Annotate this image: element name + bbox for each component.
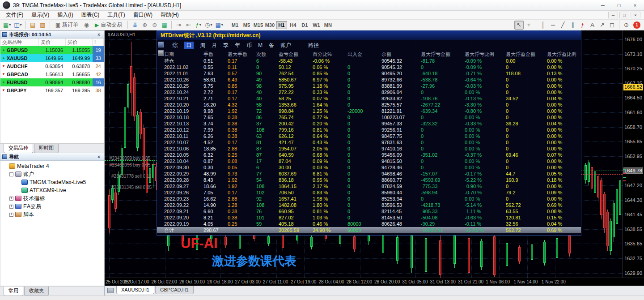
autotrade-button[interactable]: ▶自动交易 bbox=[92, 21, 125, 30]
new-order-button[interactable]: ▣新订单 bbox=[52, 21, 81, 30]
mtdriver-table-row[interactable]: 2022.09.300.300.05630.000.03 %094728.460… bbox=[157, 164, 581, 171]
mtdriver-table-row[interactable]: 2022.10.056.320.2587640.590.68 %095456.0… bbox=[157, 152, 581, 158]
chart-shift-button[interactable]: ⇤ bbox=[184, 21, 193, 30]
mtdriver-table-row[interactable]: 2022.10.199.981.9272998.841.25 %-2000081… bbox=[157, 108, 581, 114]
mtdriver-table-row[interactable]: 2022.11.020.550.11850.120.06 %090545.320… bbox=[157, 64, 581, 70]
mtdriver-menu-item[interactable]: 月 bbox=[212, 42, 217, 49]
mtdriver-menu-item[interactable]: 综 bbox=[172, 42, 178, 49]
mtdriver-table-row[interactable]: 2022.09.288.431.9254836.180.95 %088660.7… bbox=[157, 177, 581, 183]
menu-item-6[interactable]: 帮助(H) bbox=[157, 10, 183, 20]
time-axis[interactable]: 25 Oct 202225 Oct 17:0026 Oct 02:0026 Oc… bbox=[105, 278, 644, 286]
zoom-in-button[interactable]: ⊕ bbox=[140, 21, 149, 30]
mtdriver-table-row[interactable]: 2022.10.187.650.3886765.740.77 %0100223.… bbox=[157, 114, 581, 120]
mtdriver-table-row[interactable]: 合计298.6730265.5934.90 %60000-10580.41-22… bbox=[157, 227, 581, 233]
timeframe-m5-button[interactable]: M5 bbox=[241, 21, 252, 29]
vertical-line-button[interactable]: │ bbox=[538, 21, 548, 30]
mtdriver-menu-item[interactable]: 季 bbox=[223, 42, 229, 49]
close-icon[interactable]: × bbox=[96, 154, 102, 159]
notification-badge[interactable]: 1 bbox=[633, 21, 640, 29]
mtdriver-settings-icon[interactable] bbox=[158, 50, 164, 56]
timeframe-m15-button[interactable]: M15 bbox=[253, 21, 264, 29]
expander-icon[interactable]: + bbox=[9, 205, 13, 209]
text-button[interactable]: A bbox=[588, 21, 597, 30]
mql5-community-button[interactable]: ◉ bbox=[82, 21, 91, 30]
new-chart-button[interactable]: ▦▾ bbox=[2, 21, 12, 30]
nav-item[interactable]: TMGM.TradeMax-Live5 bbox=[1, 178, 103, 186]
mtdriver-table-row[interactable]: 2022.10.212.710.174058.250.07 %082633.82… bbox=[157, 95, 581, 102]
mtdriver-table-row[interactable]: 2022.10.127.990.38108799.160.81 %099256.… bbox=[157, 127, 581, 133]
nav-item[interactable]: +EA交易 bbox=[1, 202, 103, 210]
zoom-out-button[interactable]: ⊖ bbox=[150, 21, 159, 30]
market-watch-titlebar[interactable]: 市场报价: 04:14:51 × bbox=[0, 30, 104, 39]
restore-button[interactable]: □ bbox=[611, 0, 627, 10]
mtdriver-panel[interactable]: MTDriver统计 ,V3.12 (http://mtdriver.cn) 综… bbox=[157, 30, 581, 236]
auto-scroll-button[interactable]: ⇥ bbox=[174, 21, 183, 30]
menu-item-5[interactable]: 窗口(W) bbox=[129, 10, 157, 20]
mtdriver-table-row[interactable]: 2022.11.017.630.5790762.540.85 %090495.2… bbox=[157, 70, 581, 77]
mtdriver-menu-item[interactable]: 年 bbox=[235, 42, 240, 49]
timeframe-h1-button[interactable]: H1 bbox=[276, 21, 287, 29]
mtdriver-menu-item[interactable]: 日 bbox=[184, 42, 194, 49]
mtdriver-table-row[interactable]: 2022.09.194.050.2559405.180.46 %80000806… bbox=[157, 221, 581, 227]
arrow-button[interactable]: ↗ bbox=[597, 21, 607, 30]
menu-item-2[interactable]: 插入(I) bbox=[53, 10, 77, 20]
mtdriver-table-row[interactable]: 2022.10.2658.616.49495850.676.97 %089732… bbox=[157, 77, 581, 83]
templates-button[interactable]: ▦▾ bbox=[214, 21, 225, 30]
mtdriver-chart-icon[interactable] bbox=[158, 42, 164, 47]
mtdriver-table-row[interactable]: 2022.09.2718.661.921081864.152.17 %08782… bbox=[157, 183, 581, 189]
menu-item-0[interactable]: 文件(F) bbox=[2, 10, 27, 20]
nav-item[interactable]: +脚本 bbox=[1, 210, 103, 219]
menu-item-1[interactable]: 显示(V) bbox=[27, 10, 53, 20]
horizontal-line-button[interactable]: ─ bbox=[548, 21, 558, 30]
timeframe-m30-button[interactable]: M30 bbox=[264, 21, 275, 29]
market-watch-row[interactable]: ▼GBPCAD1.566131.5665542 bbox=[0, 70, 104, 78]
market-watch-tab[interactable]: 即时图 bbox=[34, 144, 59, 153]
search-button[interactable]: ⊙ bbox=[622, 21, 631, 30]
navigator-tab[interactable]: 常用 bbox=[4, 287, 23, 296]
menu-item-3[interactable]: 图表(C) bbox=[77, 10, 104, 20]
mtdriver-menu-item[interactable]: 周 bbox=[200, 42, 205, 49]
expander-icon[interactable]: + bbox=[9, 213, 13, 217]
chart-list-icon[interactable] bbox=[107, 288, 114, 293]
mtdriver-table-row[interactable]: 2022.09.216.600.3876660.950.81 %082114.4… bbox=[157, 208, 581, 214]
nav-item[interactable]: -账户 bbox=[1, 170, 103, 178]
nav-root-item[interactable]: MetaTrader 4 bbox=[1, 162, 103, 170]
fibonacci-button[interactable]: ƒ bbox=[578, 21, 587, 30]
timeframe-d1-button[interactable]: D1 bbox=[299, 21, 310, 29]
mtdriver-menu-item[interactable]: 备 bbox=[269, 42, 274, 49]
chart-canvas[interactable]: XAUUSD,H1 UF-AI 激进参数课代表 #23432099 buy 0.… bbox=[105, 30, 644, 278]
mdi-restore-button[interactable]: □ bbox=[619, 12, 629, 18]
mtdriver-menu-path[interactable]: 路径 bbox=[308, 42, 319, 49]
menu-item-4[interactable]: 工具(T) bbox=[103, 10, 129, 20]
market-watch-row[interactable]: ▲EURUSD0.988640.9888016 bbox=[0, 78, 104, 86]
shapes-button[interactable]: ◻ bbox=[607, 21, 617, 30]
market-watch-row[interactable]: ▲GBPUSD1.150361.1505519 bbox=[0, 46, 104, 54]
periods-button[interactable]: ◷▾ bbox=[203, 21, 213, 30]
expander-icon[interactable]: + bbox=[9, 197, 13, 201]
mtdriver-table-row[interactable]: 2022.10.0618.852.88871954.072.05 %097410… bbox=[157, 146, 581, 152]
expander-icon[interactable]: - bbox=[9, 172, 13, 176]
mdi-minimize-button[interactable]: ─ bbox=[608, 12, 618, 18]
crosshair-button[interactable]: + bbox=[524, 21, 534, 30]
mtdriver-table-row[interactable]: 2022.09.2948.999.73776037.696.81 %094698… bbox=[157, 171, 581, 177]
navigator-titlebar[interactable]: 导航 × bbox=[0, 153, 104, 161]
timeframe-w1-button[interactable]: W1 bbox=[311, 21, 322, 29]
mtdriver-menu-item[interactable]: M bbox=[258, 42, 263, 48]
nav-item[interactable]: ATFXGM9-Live bbox=[1, 186, 103, 194]
mtdriver-table-row[interactable]: 2022.10.2016.204.32581353.661.64 %082575… bbox=[157, 102, 581, 108]
minimize-button[interactable]: ─ bbox=[595, 0, 611, 10]
mtdriver-table-row[interactable]: 2022.09.2316.622.88921657.411.98 %085253… bbox=[157, 196, 581, 202]
close-icon[interactable]: × bbox=[96, 32, 102, 37]
mtdriver-table-row[interactable]: 2022.10.259.750.8598975.951.18 %083881.9… bbox=[157, 83, 581, 89]
mdi-close-button[interactable]: × bbox=[631, 12, 640, 18]
mtdriver-titlebar[interactable]: MTDriver统计 ,V3.12 (http://mtdriver.cn) bbox=[157, 31, 581, 40]
market-watch-row[interactable]: ▼GBPJPY169.357169.39538 bbox=[0, 86, 104, 94]
mtdriver-table-row[interactable]: 2022.09.208.210.38101827.021.03 %081453.… bbox=[157, 214, 581, 221]
channel-button[interactable]: ∥ bbox=[568, 21, 577, 30]
tile-windows-button[interactable]: ▦ bbox=[160, 21, 169, 30]
mtdriver-table-row[interactable]: 2022.10.040.870.081787.040.09 %094815.50… bbox=[157, 158, 581, 164]
mtdriver-table-row[interactable]: 2022.10.116.260.3863626.120.64 %098457.7… bbox=[157, 133, 581, 139]
mtdriver-table-row[interactable]: 持仓0.510.176-58.43-0.06 %90545.32-81.78-0… bbox=[157, 58, 581, 64]
mtdriver-table-row[interactable]: 2022.09.2214.901.281081482.081.80 %08359… bbox=[157, 202, 581, 208]
chart-tab[interactable]: GBPCAD,H1 bbox=[155, 286, 194, 294]
